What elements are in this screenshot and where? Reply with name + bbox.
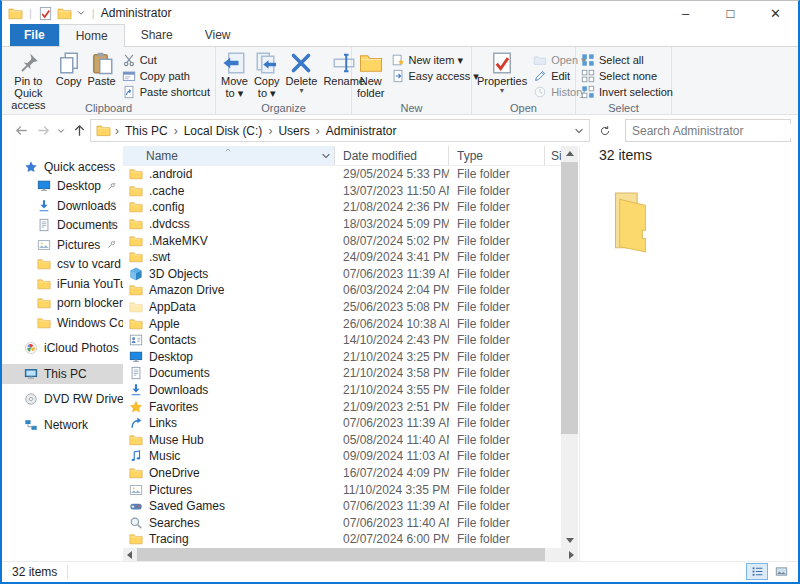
cell-type: File folder (449, 483, 545, 497)
folder-icon (37, 316, 51, 330)
table-row-downloads[interactable]: Downloads21/10/2024 3:55 PMFile folder (123, 382, 578, 399)
table-row-documents[interactable]: Documents21/10/2024 3:58 PMFile folder (123, 365, 578, 382)
select-all-button[interactable]: Select all (578, 52, 676, 68)
select-none-button[interactable]: Select none (578, 68, 676, 84)
forward-button[interactable] (32, 120, 54, 142)
tab-home[interactable]: Home (59, 24, 125, 47)
scroll-up-button[interactable] (561, 146, 578, 161)
details-view-button[interactable] (746, 563, 768, 580)
sidebar-item-this-pc[interactable]: This PC (2, 364, 123, 384)
minimize-button[interactable]: – (663, 1, 708, 25)
column-header-date-modified[interactable]: Date modified (335, 146, 449, 165)
sidebar-item-documents[interactable]: Documents (2, 216, 123, 236)
tab-file[interactable]: File (10, 24, 59, 46)
cut-button[interactable]: Cut (119, 52, 213, 68)
recent-locations-button[interactable] (54, 120, 68, 142)
sidebar-item-desktop[interactable]: Desktop (2, 177, 123, 197)
horizontal-scrollbar-thumb[interactable] (137, 548, 545, 561)
sidebar-item-quick-access[interactable]: Quick access (2, 157, 123, 177)
table-row-favorites[interactable]: Favorites21/09/2023 2:51 PMFile folder (123, 398, 578, 415)
table-row-amazon-drive[interactable]: Amazon Drive06/03/2024 2:04 PMFile folde… (123, 282, 578, 299)
scroll-right-button[interactable] (565, 548, 578, 561)
table-row-dvdcss[interactable]: .dvdcss18/03/2024 5:09 PMFile folder (123, 216, 578, 233)
paste-button[interactable]: Paste (85, 49, 119, 89)
table-row-cache[interactable]: .cache13/07/2023 11:50 AMFile folder (123, 183, 578, 200)
sidebar-item-pictures[interactable]: Pictures (2, 235, 123, 255)
table-row-3d-objects[interactable]: 3D Objects07/06/2023 11:39 AMFile folder (123, 266, 578, 283)
breadcrumb-item-this-pc[interactable]: This PC (119, 124, 174, 138)
table-row-links[interactable]: Links07/06/2023 11:39 AMFile folder (123, 415, 578, 432)
table-row-saved-games[interactable]: Saved Games07/06/2023 11:39 AMFile folde… (123, 498, 578, 515)
sidebar-item-downloads[interactable]: Downloads (2, 196, 123, 216)
copy-to-button[interactable]: Copyto ▾ (251, 49, 283, 101)
cell-name: .swt (123, 250, 335, 264)
breadcrumb[interactable]: ›This PC›Local Disk (C:)›Users›Administr… (90, 119, 590, 142)
thumbnails-view-button[interactable] (770, 563, 792, 580)
sidebar-item-csv-to-vcard[interactable]: csv to vcard (2, 255, 123, 275)
column-header-name[interactable]: Name (123, 146, 335, 165)
qat-properties-icon[interactable] (38, 6, 53, 21)
sidebar-item-ifunia-youtube-d[interactable]: iFunia YouTube D (2, 274, 123, 294)
column-header-type[interactable]: Type (449, 146, 545, 165)
sidebar-item-windows-contac[interactable]: Windows Contac (2, 313, 123, 333)
maximize-button[interactable]: □ (708, 1, 753, 25)
sidebar-item-dvd-rw-drive-d[interactable]: DVD RW Drive (D:) (2, 390, 123, 410)
ribbon-small-column: New item ▾Easy access ▾ (388, 49, 482, 84)
table-row-appdata[interactable]: AppData25/06/2023 5:08 PMFile folder (123, 299, 578, 316)
copy-button[interactable]: Copy (53, 49, 85, 89)
breadcrumb-item-users[interactable]: Users (272, 124, 315, 138)
breadcrumb-item-local-disk-c[interactable]: Local Disk (C:) (178, 124, 269, 138)
close-button[interactable]: ✕ (753, 1, 798, 25)
table-row-onedrive[interactable]: OneDrive16/07/2024 4:09 PMFile folder (123, 465, 578, 482)
file-list-pane: Name Date modified Type Size .android29/… (123, 146, 578, 561)
sidebar-item-porn-blocker-for[interactable]: porn blocker for (2, 294, 123, 314)
search-input[interactable] (626, 124, 793, 138)
file-list: .android29/05/2024 5:33 PMFile folder.ca… (123, 166, 578, 548)
tab-view[interactable]: View (189, 24, 247, 46)
move-to-button[interactable]: Moveto ▾ (218, 49, 251, 101)
horizontal-scrollbar[interactable] (123, 548, 578, 561)
cell-date-modified: 18/03/2024 5:09 PM (335, 217, 449, 231)
table-row-pictures[interactable]: Pictures11/10/2024 3:35 PMFile folder (123, 481, 578, 498)
table-row-config[interactable]: .config21/08/2024 2:36 PMFile folder (123, 199, 578, 216)
table-row-muse-hub[interactable]: Muse Hub05/08/2024 11:40 AMFile folder (123, 432, 578, 449)
table-row-makemkv[interactable]: .MakeMKV08/07/2024 5:02 PMFile folder (123, 232, 578, 249)
table-row-music[interactable]: Music09/09/2024 11:03 AMFile folder (123, 448, 578, 465)
paste-shortcut-button[interactable]: Paste shortcut (119, 84, 213, 100)
cell-type: File folder (449, 267, 545, 281)
table-row-contacts[interactable]: Contacts14/10/2024 2:43 PMFile folder (123, 332, 578, 349)
scroll-down-button[interactable] (561, 533, 578, 548)
table-row-apple[interactable]: Apple26/06/2024 10:38 AMFile folder (123, 315, 578, 332)
table-row-swt[interactable]: .swt24/09/2024 3:41 PMFile folder (123, 249, 578, 266)
vertical-scrollbar[interactable] (561, 146, 578, 548)
table-row-searches[interactable]: Searches07/06/2023 11:40 AMFile folder (123, 514, 578, 531)
breadcrumb-item-administrator[interactable]: Administrator (320, 124, 403, 138)
new-folder-button[interactable]: Newfolder (354, 49, 388, 101)
invert-selection-button[interactable]: Invert selection (578, 84, 676, 100)
up-button[interactable] (68, 120, 90, 142)
table-row-android[interactable]: .android29/05/2024 5:33 PMFile folder (123, 166, 578, 183)
refresh-button[interactable] (594, 119, 616, 142)
table-row-desktop[interactable]: Desktop21/10/2024 3:25 PMFile folder (123, 349, 578, 366)
file-name: Searches (149, 516, 200, 530)
table-row-tracing[interactable]: Tracing02/07/2024 6:00 PMFile folder (123, 531, 578, 548)
cut-icon (122, 53, 136, 67)
qat-customize-chevron-icon[interactable] (76, 8, 86, 18)
vertical-scrollbar-thumb[interactable] (561, 162, 578, 434)
tab-share[interactable]: Share (125, 24, 189, 46)
name-filter-chevron-icon[interactable] (320, 150, 332, 162)
address-dropdown-button[interactable] (571, 122, 587, 139)
back-button[interactable] (10, 120, 32, 142)
properties-button[interactable]: Properties▾ (474, 49, 530, 97)
qat-new-folder-icon[interactable] (57, 6, 72, 21)
easy-access-icon (391, 69, 405, 83)
sidebar-item-icloud-photos[interactable]: iCloud Photos (2, 339, 123, 359)
file-name: .dvdcss (149, 217, 190, 231)
delete-button[interactable]: Delete▾ (283, 49, 321, 97)
new-item-button[interactable]: New item ▾ (388, 52, 482, 68)
easy-access-button[interactable]: Easy access ▾ (388, 68, 482, 84)
scroll-left-button[interactable] (123, 548, 136, 561)
cell-date-modified: 07/06/2023 11:39 AM (335, 267, 449, 281)
sidebar-item-network[interactable]: Network (2, 415, 123, 435)
copy-path-button[interactable]: Copy path (119, 68, 213, 84)
